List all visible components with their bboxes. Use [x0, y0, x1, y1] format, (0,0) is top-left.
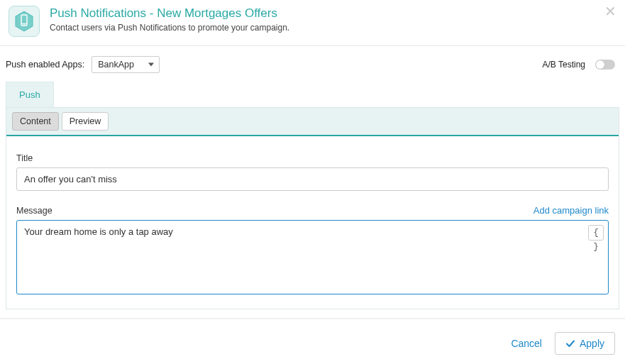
tab-push-label: Push: [19, 89, 40, 100]
apps-select-value: BankApp: [98, 60, 134, 70]
ab-testing-toggle[interactable]: [595, 60, 615, 70]
push-notification-modal: Push Notifications - New Mortgages Offer…: [0, 0, 625, 319]
cancel-button[interactable]: Cancel: [511, 338, 542, 349]
message-label: Message: [16, 206, 52, 216]
modal-footer: Cancel Apply: [0, 319, 625, 362]
subtab-content[interactable]: Content: [12, 112, 59, 131]
modal-subtitle: Contact users via Push Notifications to …: [50, 23, 289, 33]
subtab-content-label: Content: [20, 116, 51, 126]
apply-button[interactable]: Apply: [555, 332, 615, 355]
svg-point-3: [23, 24, 24, 25]
main-tabs: Push: [6, 82, 619, 107]
svg-marker-0: [16, 11, 33, 31]
add-campaign-link[interactable]: Add campaign link: [533, 205, 609, 216]
check-icon: [565, 338, 575, 348]
modal-title: Push Notifications - New Mortgages Offer…: [50, 6, 289, 21]
panel-body: Title Message Add campaign link { }: [6, 136, 619, 309]
content-panel: Content Preview Title Message Add campai…: [6, 107, 619, 309]
toolbar: Push enabled Apps: BankApp A/B Testing: [0, 46, 625, 73]
apps-label: Push enabled Apps:: [6, 60, 84, 70]
apps-select[interactable]: BankApp: [92, 56, 160, 73]
subtab-preview[interactable]: Preview: [62, 112, 109, 131]
subtab-preview-label: Preview: [70, 116, 101, 126]
close-icon[interactable]: ✕: [604, 4, 616, 18]
modal-header: Push Notifications - New Mortgages Offer…: [0, 0, 625, 46]
title-input[interactable]: [16, 167, 609, 191]
message-input-wrap: { }: [16, 220, 609, 294]
apply-label: Apply: [580, 338, 604, 349]
sub-tabbar: Content Preview: [6, 108, 619, 136]
message-input[interactable]: [24, 226, 578, 286]
braces-icon: { }: [593, 228, 598, 252]
ab-testing-label: A/B Testing: [543, 60, 585, 70]
phone-icon: [9, 6, 40, 37]
title-label: Title: [16, 153, 609, 163]
tab-push[interactable]: Push: [6, 82, 54, 107]
insert-variable-button[interactable]: { }: [588, 225, 604, 241]
